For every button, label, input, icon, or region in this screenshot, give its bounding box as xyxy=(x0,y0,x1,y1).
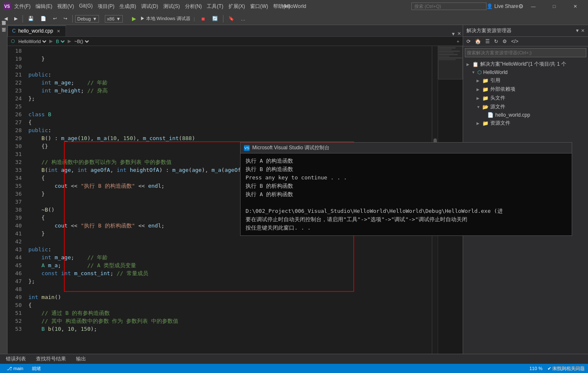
tab-hello-world-cpp[interactable]: C hello_world.cpp ✕ xyxy=(8,26,66,36)
arch-dropdown[interactable]: x86 ▼ xyxy=(105,15,123,23)
console-line-4: 执行 B 的析构函数 xyxy=(246,182,567,190)
bottom-panel: 错误列表 查找符号结果 输出 xyxy=(0,354,588,364)
zoom-level[interactable]: 110 % xyxy=(530,366,542,371)
nav-forward-button[interactable]: ▶ xyxy=(12,15,20,22)
tab-close-button[interactable]: ✕ xyxy=(56,28,61,34)
se-toolbar: ⟳ 🏠 ☰ ↻ ⚙ </> xyxy=(463,37,588,46)
run-button[interactable]: ▶ xyxy=(129,15,139,23)
minimap-viewport xyxy=(438,46,463,79)
editor-collapse-button[interactable]: ▼ xyxy=(451,31,456,36)
console-line-8: 要在调试停止时自动关闭控制台，请启用"工具"->"选项"->"调试"->"调试停… xyxy=(246,215,567,224)
console-title-bar: VS Microsoft Visual Studio 调试控制台 xyxy=(241,143,572,153)
ref-icon: 📁 xyxy=(482,78,489,84)
se-sync-button[interactable]: ⟳ xyxy=(465,38,472,45)
resource-files-item[interactable]: ▶ 📁 资源文件 xyxy=(463,119,588,128)
nav-back-button[interactable]: ◀ xyxy=(2,15,10,22)
debug-console: VS Microsoft Visual Studio 调试控制台 执行 A 的构… xyxy=(240,142,572,236)
menu-test[interactable]: 测试(S) xyxy=(163,3,180,10)
headers-item[interactable]: ▶ 📁 头文件 xyxy=(463,94,588,102)
find-symbol-tab[interactable]: 查找符号结果 xyxy=(33,355,68,363)
menu-edit[interactable]: 编辑(E) xyxy=(35,3,52,10)
source-files-item[interactable]: ▼ 📂 源文件 xyxy=(463,102,588,111)
external-deps-item[interactable]: ▶ 📁 外部依赖项 xyxy=(463,85,588,94)
hello-world-file-item[interactable]: 📄 hello_world.cpp xyxy=(463,111,588,119)
person-icon[interactable]: ⚙ xyxy=(518,3,524,10)
console-content[interactable]: 执行 A 的构造函数 执行 B 的构造函数 Press any key to c… xyxy=(241,153,572,235)
file-arrow xyxy=(482,113,486,117)
se-filter-button[interactable]: ☰ xyxy=(484,38,492,45)
stop-button[interactable]: ⏹ xyxy=(198,15,208,22)
console-title-text: Microsoft Visual Studio 调试控制台 xyxy=(252,144,329,151)
toolbar-sep-3 xyxy=(223,15,223,23)
menu-git[interactable]: Git(G) xyxy=(79,3,93,10)
check-icon: ✔ xyxy=(547,366,551,371)
redo-button[interactable]: ↪ xyxy=(61,15,70,22)
project-helloworld-item[interactable]: ▼ ⬡ HelloWorld xyxy=(463,69,588,76)
left-panel: 题解或这遍缉迷器 工插箱 xyxy=(0,25,8,354)
src-arrow: ▼ xyxy=(476,105,481,109)
res-arrow: ▶ xyxy=(476,121,481,125)
file-icon: 📄 xyxy=(487,112,494,118)
restart-button[interactable]: 🔄 xyxy=(210,15,220,22)
console-line-6 xyxy=(246,199,567,207)
method-dropdown[interactable]: ~B() xyxy=(73,38,90,44)
close-button[interactable]: ✕ xyxy=(565,0,585,13)
class-dropdown[interactable]: B xyxy=(54,38,66,44)
window-title: HelloWorld xyxy=(282,3,306,9)
live-share-icon: 👤 xyxy=(487,3,493,9)
console-line-3: Press any key to continue . . . xyxy=(246,174,567,182)
toolbar-more-button[interactable]: … xyxy=(238,15,248,22)
menu-debug[interactable]: 调试(D) xyxy=(141,3,158,10)
breadcrumb-add-button[interactable]: + xyxy=(457,39,459,44)
hdr-label: 头文件 xyxy=(490,95,505,102)
toolbar-sep-2 xyxy=(72,15,73,23)
solution-root-item[interactable]: ▶ 📋 解决方案"HelloWorld"(1 个项目/共 1 个 xyxy=(463,60,588,69)
se-code-view-button[interactable]: </> xyxy=(509,38,520,45)
source-control-status[interactable]: ⎇ main xyxy=(3,366,27,371)
panel-label-2[interactable]: 工插箱 xyxy=(1,33,7,37)
solution-explorer-header: 解决方案资源管理器 ▼ ✕ xyxy=(463,25,588,37)
res-label: 资源文件 xyxy=(490,120,510,127)
bookmark-button[interactable]: 🔖 xyxy=(226,15,237,22)
undo-button[interactable]: ↩ xyxy=(51,15,59,22)
debug-mode-dropdown[interactable]: Debug ▼ xyxy=(75,15,99,23)
menu-bar: 文件(F) 编辑(E) 视图(V) Git(G) 项目(P) 生成(B) 调试(… xyxy=(14,3,411,10)
src-icon: 📂 xyxy=(482,104,489,110)
run-label[interactable]: ▶ 本地 Windows 调试器 xyxy=(140,15,190,22)
save-file-button[interactable]: 💾 xyxy=(25,15,36,22)
ref-label: 引用 xyxy=(490,77,500,84)
live-share-label: Live Share xyxy=(494,3,518,9)
se-collapse-button[interactable]: ▼ ✕ xyxy=(575,28,585,33)
minimize-button[interactable]: — xyxy=(524,0,543,13)
menu-build[interactable]: 生成(B) xyxy=(119,3,136,10)
solution-explorer-title: 解决方案资源管理器 xyxy=(466,27,512,34)
menu-extensions[interactable]: 扩展(X) xyxy=(228,3,245,10)
menu-project[interactable]: 项目(P) xyxy=(98,3,114,10)
solution-explorer-search[interactable] xyxy=(465,48,586,57)
se-refresh-button[interactable]: ↻ xyxy=(492,38,500,45)
watermark: CSDN @韩楼亮 xyxy=(552,365,585,371)
error-list-tab[interactable]: 错误列表 xyxy=(3,355,28,363)
ext-label: 外部依赖项 xyxy=(490,86,515,93)
maximize-button[interactable]: □ xyxy=(545,0,564,13)
project-icon: ⬡ xyxy=(477,69,482,75)
menu-tools[interactable]: 工具(T) xyxy=(207,3,223,10)
panel-label-1[interactable]: 题解或这遍缉迷器 xyxy=(1,27,7,30)
save-all-button[interactable]: 📄 xyxy=(38,15,49,22)
output-tab[interactable]: 输出 xyxy=(74,355,89,363)
ext-icon: 📁 xyxy=(482,87,489,92)
references-item[interactable]: ▶ 📁 引用 xyxy=(463,76,588,85)
editor-close-button[interactable]: ✕ xyxy=(457,31,461,36)
menu-analyze[interactable]: 分析(N) xyxy=(185,3,202,10)
se-home-button[interactable]: 🏠 xyxy=(473,38,483,45)
hdr-icon: 📁 xyxy=(482,95,489,101)
ext-arrow: ▶ xyxy=(476,87,481,92)
namespace-dropdown[interactable]: HelloWorld xyxy=(17,38,48,44)
tab-bar: C hello_world.cpp ✕ ▼ ✕ xyxy=(8,25,463,37)
global-search-input[interactable] xyxy=(411,3,487,10)
menu-view[interactable]: 视图(V) xyxy=(57,3,74,10)
menu-window[interactable]: 窗口(W) xyxy=(250,3,268,10)
menu-file[interactable]: 文件(F) xyxy=(14,3,30,10)
se-settings-button[interactable]: ⚙ xyxy=(501,38,509,45)
live-share-button[interactable]: 👤 Live Share xyxy=(487,3,518,9)
